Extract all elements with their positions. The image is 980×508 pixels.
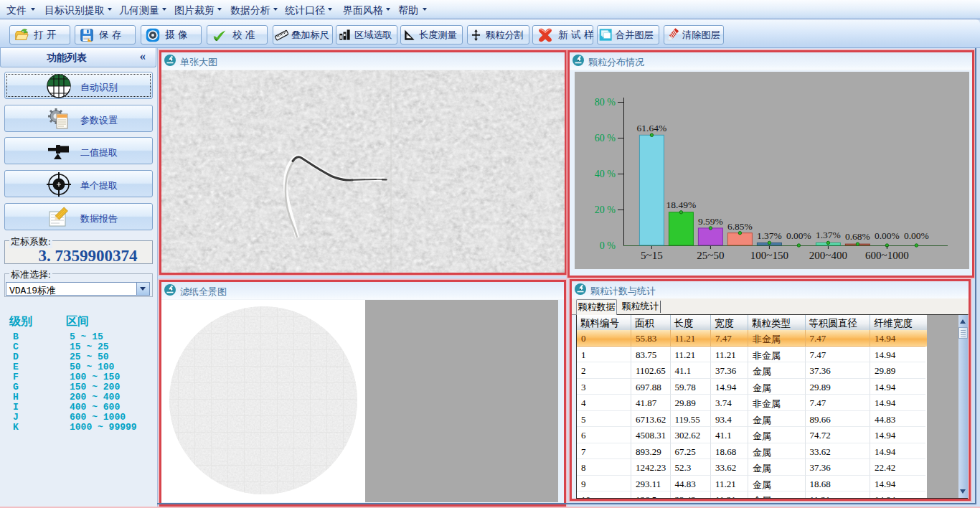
svg-text:20 %: 20 % <box>595 204 616 215</box>
svg-text:0.00%: 0.00% <box>904 230 929 241</box>
svg-text:0 %: 0 % <box>600 240 616 251</box>
svg-text:5~15: 5~15 <box>641 250 663 261</box>
svg-text:1.37%: 1.37% <box>757 230 782 241</box>
svg-text:600~1000: 600~1000 <box>865 250 909 261</box>
svg-text:40 %: 40 % <box>595 169 616 179</box>
svg-text:200~400: 200~400 <box>809 250 847 261</box>
svg-text:6.85%: 6.85% <box>727 221 753 232</box>
svg-text:80 %: 80 % <box>595 97 616 108</box>
svg-text:0.00%: 0.00% <box>875 230 900 241</box>
svg-text:25~50: 25~50 <box>697 250 724 261</box>
svg-text:0.68%: 0.68% <box>845 231 870 242</box>
svg-text:100~150: 100~150 <box>750 250 788 261</box>
svg-text:9.59%: 9.59% <box>698 216 723 227</box>
svg-text:18.49%: 18.49% <box>666 199 697 210</box>
svg-text:1.37%: 1.37% <box>816 230 841 240</box>
svg-text:60 %: 60 % <box>595 133 616 144</box>
svg-text:61.64%: 61.64% <box>637 123 667 133</box>
svg-text:0.00%: 0.00% <box>786 230 811 241</box>
